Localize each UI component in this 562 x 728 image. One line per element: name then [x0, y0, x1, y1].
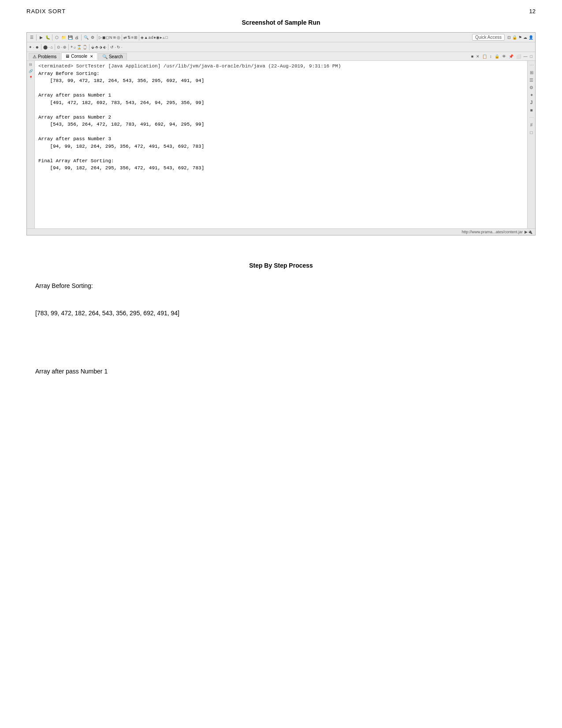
right-bar-icon3[interactable]: ☰ — [529, 78, 533, 82]
right-bar-icon7[interactable]: ■ — [530, 108, 532, 112]
right-bar-icon2[interactable]: ⊞ — [530, 70, 533, 75]
toolbar2-icon9[interactable]: ⊚ — [63, 45, 67, 49]
toolbar2-icon18[interactable]: ↺ — [110, 45, 114, 49]
toolbar-icon-save[interactable]: 💾 — [67, 34, 73, 41]
toolbar-right-icon5[interactable]: 👤 — [529, 35, 533, 40]
toolbar2-icon6[interactable]: ⌂ — [51, 45, 53, 49]
array-before-label: Array Before Sorting: — [35, 280, 527, 292]
tab-console-close[interactable]: ✕ — [90, 54, 93, 59]
toolbar-sep-5 — [122, 34, 122, 41]
step-section: Step By Step Process Array Before Sortin… — [26, 249, 536, 385]
right-bar-icon5[interactable]: ✦ — [530, 93, 533, 97]
toolbar-icon-misc18[interactable]: ▵ — [163, 35, 165, 40]
toolbar-icon-misc19[interactable]: □ — [165, 35, 167, 40]
toolbar2-icon17[interactable]: ⬖ — [103, 45, 106, 49]
toolbar-icon-misc1[interactable]: ▷ — [99, 35, 102, 40]
tab-action-view[interactable]: 👁 — [501, 54, 507, 59]
tab-action-remove[interactable]: ✕ — [475, 54, 480, 59]
tab-action-new-window[interactable]: ⬜ — [515, 54, 522, 59]
step-body: Array Before Sorting: [783, 99, 472, 182… — [26, 275, 536, 385]
tab-action-stop[interactable]: ■ — [470, 54, 474, 59]
toolbar2-icon7[interactable]: ⊙ — [57, 45, 60, 49]
console-left-bar: ⊟ 🔗 📍 — [27, 61, 35, 228]
toolbar-icon-misc12[interactable]: ▲ — [144, 35, 148, 40]
toolbar2-icon13[interactable]: ⌚ — [82, 45, 87, 49]
toolbar2-icon5[interactable]: · — [48, 45, 50, 49]
toolbar2-icon20[interactable]: ↻ — [117, 45, 120, 49]
tab-action-lock[interactable]: 🔒 — [494, 54, 500, 59]
toolbar2-icon3[interactable]: ☻ — [35, 45, 39, 49]
toolbar-right-icon2[interactable]: 🔒 — [512, 35, 517, 40]
tab-action-minimize[interactable]: — — [523, 54, 529, 59]
left-bar-icon1[interactable]: ⊟ — [29, 63, 32, 67]
tab-action-maximize[interactable]: □ — [529, 54, 533, 59]
console-line-4: [491, 472, 182, 692, 783, 543, 264, 94, … — [38, 99, 524, 107]
tab-problems[interactable]: ⚠ Problems — [29, 53, 60, 60]
toolbar-right-icon4[interactable]: ☁ — [523, 35, 527, 40]
toolbar2-icon11[interactable]: ⌕ — [74, 45, 76, 49]
status-icon1[interactable]: ▶ — [525, 230, 528, 234]
right-toolbar-icons: ⊡ 🔒 ⚑ ☁ 👤 — [507, 35, 533, 40]
console-icon: 🖥 — [65, 54, 70, 59]
toolbar2-icon15[interactable]: ⬘ — [95, 45, 98, 49]
screenshot-title: Screenshot of Sample Run — [26, 19, 536, 26]
toolbar-icon-search[interactable]: 🔍 — [83, 34, 89, 41]
toolbar-icon-settings[interactable]: ⚙ — [89, 34, 96, 41]
tab-action-pin[interactable]: 📌 — [508, 54, 514, 59]
tab-action-scroll[interactable]: ↕ — [489, 54, 493, 59]
left-bar-icon3[interactable]: 📍 — [29, 76, 33, 80]
toolbar-icon-new[interactable]: ⬡ — [54, 34, 60, 41]
toolbar2-icon10[interactable]: ⌖ — [71, 45, 73, 49]
toolbar2-icon8[interactable]: · — [61, 45, 63, 49]
toolbar2-icon14[interactable]: ⬙ — [91, 45, 94, 49]
toolbar-icon-misc16[interactable]: ◉ — [156, 35, 160, 40]
quick-access-field[interactable]: Quick Access — [472, 34, 505, 41]
right-bar-icon4[interactable]: ⚙ — [529, 85, 533, 90]
toolbar-icon-misc15[interactable]: ♦ — [154, 35, 156, 40]
toolbar-icon-misc14[interactable]: d — [151, 35, 153, 40]
toolbar-icon-misc7[interactable]: ⇄ — [123, 35, 127, 40]
toolbar-icon-bug[interactable]: 🐛 — [45, 34, 51, 41]
toolbar-icon-open[interactable]: 📁 — [60, 34, 67, 41]
status-icon2[interactable]: 🔌 — [528, 230, 532, 234]
right-bar-icon1: ⋯ — [529, 63, 534, 67]
toolbar-icon-misc5[interactable]: ≋ — [113, 35, 116, 40]
toolbar-icon-misc2[interactable]: ◼ — [102, 35, 105, 40]
tab-action-copy[interactable]: 📋 — [481, 54, 488, 59]
console-right-bar: ⋯ ⊞ ☰ ⚙ ✦ J ■ ⋯ # □ — [527, 61, 535, 228]
toolbar-icon-file[interactable]: ☰ — [29, 34, 35, 41]
toolbar-icon-misc6[interactable]: ◎ — [117, 35, 120, 40]
toolbar-right-icon1[interactable]: ⊡ — [507, 35, 511, 40]
toolbar2-icon19[interactable]: · — [115, 45, 116, 49]
page-number: 12 — [529, 8, 536, 15]
toolbar-icon-misc13[interactable]: a — [149, 35, 151, 40]
toolbar2-icon2[interactable]: · — [33, 45, 34, 49]
left-bar-icon2[interactable]: 🔗 — [29, 69, 33, 73]
toolbar-icon-misc10[interactable]: ⊞ — [134, 35, 138, 40]
console-line-10: [94, 99, 182, 264, 295, 356, 472, 491, 5… — [38, 164, 524, 172]
toolbar-icon-misc3[interactable]: ◻ — [106, 35, 109, 40]
tab-console-label: Console — [71, 54, 87, 59]
toolbar-icon-misc4[interactable]: N — [109, 35, 112, 40]
right-bar-icon8[interactable]: # — [530, 123, 533, 127]
toolbar2-icon16[interactable]: ⬗ — [99, 45, 102, 49]
console-line-5: Array after pass Number 2 — [38, 114, 524, 121]
toolbar-icon-print[interactable]: 🖨 — [74, 34, 80, 41]
tab-console[interactable]: 🖥 Console ✕ — [61, 52, 97, 60]
toolbar-icon-misc17[interactable]: ▸ — [160, 35, 162, 40]
toolbar-right-icon3[interactable]: ⚑ — [518, 35, 522, 40]
page-title: RADIX SORT — [26, 8, 66, 15]
toolbar-icon-run[interactable]: ▶ — [38, 34, 44, 41]
toolbar2-icon4[interactable]: ⬤ — [43, 45, 48, 49]
toolbar2-sep4 — [89, 44, 89, 50]
tab-search[interactable]: 🔍 Search — [98, 53, 127, 60]
toolbar-icon-misc9[interactable]: ≡ — [131, 35, 134, 40]
right-bar-icon9[interactable]: □ — [530, 130, 532, 135]
eclipse-screenshot: ☰ ▶ 🐛 ⬡ 📁 💾 🖨 🔍 ⚙ ▷ ◼ ◻ N ≋ ◎ — [26, 32, 536, 235]
toolbar2-icon1[interactable]: ✦ — [29, 45, 32, 49]
toolbar-icon-misc8[interactable]: ⇅ — [127, 35, 131, 40]
toolbar2-icon12[interactable]: ⌛ — [77, 45, 82, 49]
toolbar-row-2: ✦ · ☻ ⬤ · ⌂ ⊙ · ⊚ ⌖ ⌕ ⌛ ⌚ ⬙ ⬘ ⬗ ⬖ ↺ · ↻ … — [27, 42, 535, 52]
toolbar2-icon21[interactable]: · — [121, 45, 123, 49]
toolbar-icon-misc11[interactable]: ◈ — [141, 35, 144, 40]
